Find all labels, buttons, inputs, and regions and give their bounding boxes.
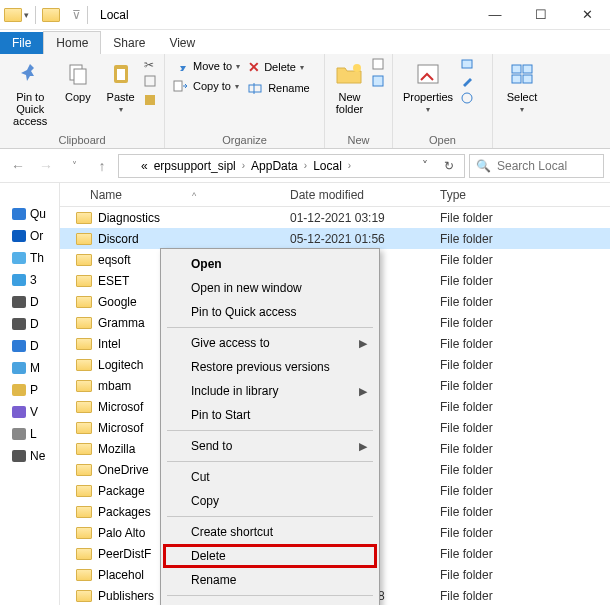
- tab-view[interactable]: View: [157, 32, 207, 54]
- move-to-button[interactable]: Move to▾: [171, 58, 242, 74]
- nav-item-label: Qu: [30, 207, 46, 221]
- pin-quick-access-button[interactable]: Pin to Quick access: [6, 58, 54, 127]
- file-row[interactable]: Discord05-12-2021 01:56File folder: [60, 228, 610, 249]
- cut-icon[interactable]: ✂: [144, 58, 158, 72]
- file-row[interactable]: Diagnostics01-12-2021 03:19File folder: [60, 207, 610, 228]
- file-type: File folder: [440, 211, 610, 225]
- column-headers[interactable]: Name^ Date modified Type: [60, 183, 610, 207]
- recent-dropdown-icon[interactable]: ˅: [62, 154, 86, 178]
- folder-icon: [76, 275, 92, 287]
- forward-button[interactable]: →: [34, 154, 58, 178]
- delete-button[interactable]: ✕ Delete▾: [246, 58, 312, 76]
- nav-item-icon: [12, 274, 26, 286]
- folder-icon: [76, 464, 92, 476]
- nav-item[interactable]: Th: [0, 247, 59, 269]
- tab-file[interactable]: File: [0, 32, 43, 54]
- svg-rect-1: [74, 69, 86, 84]
- tab-home[interactable]: Home: [43, 31, 101, 54]
- qat-dropdown-icon[interactable]: ▾: [24, 10, 29, 20]
- folder-icon: [76, 359, 92, 371]
- nav-item[interactable]: Ne: [0, 445, 59, 467]
- file-type: File folder: [440, 526, 610, 540]
- maximize-button[interactable]: ☐: [518, 0, 564, 30]
- address-dropdown-icon[interactable]: ˅: [414, 159, 436, 173]
- nav-item[interactable]: L: [0, 423, 59, 445]
- ctx-properties[interactable]: Properties: [163, 599, 377, 605]
- address-bar[interactable]: « erpsupport_sipl › AppData › Local › ˅ …: [118, 154, 465, 178]
- nav-item[interactable]: 3: [0, 269, 59, 291]
- easy-access-icon[interactable]: [372, 75, 386, 90]
- search-icon: 🔍: [476, 159, 491, 173]
- chevron-right-icon[interactable]: ›: [346, 160, 353, 171]
- copy-button[interactable]: Copy: [58, 58, 97, 103]
- paste-shortcut-icon[interactable]: [144, 93, 158, 110]
- file-type: File folder: [440, 274, 610, 288]
- search-box[interactable]: 🔍 Search Local: [469, 154, 604, 178]
- column-header-date[interactable]: Date modified: [290, 188, 440, 202]
- file-type: File folder: [440, 589, 610, 603]
- file-name: Microsof: [98, 421, 143, 435]
- select-button[interactable]: Select ▾: [499, 58, 545, 115]
- ctx-cut[interactable]: Cut: [163, 465, 377, 489]
- nav-item[interactable]: Or: [0, 225, 59, 247]
- copy-icon: [63, 60, 93, 88]
- svg-rect-15: [512, 65, 521, 73]
- breadcrumb-segment[interactable]: AppData: [249, 159, 300, 173]
- chevron-right-icon[interactable]: ›: [240, 160, 247, 171]
- file-date: 05-12-2021 01:56: [290, 232, 440, 246]
- new-item-icon[interactable]: [372, 58, 386, 73]
- breadcrumb-segment[interactable]: erpsupport_sipl: [152, 159, 238, 173]
- file-name: OneDrive: [98, 463, 149, 477]
- ctx-pin-quick-access[interactable]: Pin to Quick access: [163, 300, 377, 324]
- chevron-right-icon[interactable]: ›: [302, 160, 309, 171]
- ctx-send-to[interactable]: Send to▶: [163, 434, 377, 458]
- breadcrumb-segment[interactable]: «: [139, 159, 150, 173]
- edit-icon[interactable]: [461, 75, 475, 90]
- ctx-create-shortcut[interactable]: Create shortcut: [163, 520, 377, 544]
- breadcrumb-segment[interactable]: Local: [311, 159, 344, 173]
- ctx-give-access[interactable]: Give access to▶: [163, 331, 377, 355]
- ctx-restore-previous[interactable]: Restore previous versions: [163, 355, 377, 379]
- ribbon-group-open: Properties ▾ Open: [393, 54, 493, 148]
- close-button[interactable]: ✕: [564, 0, 610, 30]
- select-icon: [507, 60, 537, 88]
- ctx-open[interactable]: Open: [163, 252, 377, 276]
- open-icon[interactable]: [461, 58, 475, 73]
- tab-share[interactable]: Share: [101, 32, 157, 54]
- ctx-delete[interactable]: Delete: [163, 544, 377, 568]
- delete-icon: ✕: [248, 59, 260, 75]
- nav-item-icon: [12, 340, 26, 352]
- ctx-open-new-window[interactable]: Open in new window: [163, 276, 377, 300]
- column-header-name[interactable]: Name^: [60, 188, 290, 202]
- paste-button[interactable]: Paste ▾: [101, 58, 140, 115]
- up-button[interactable]: ↑: [90, 154, 114, 178]
- nav-item[interactable]: M: [0, 357, 59, 379]
- ctx-rename[interactable]: Rename: [163, 568, 377, 592]
- file-name: Publishers: [98, 589, 154, 603]
- ctx-copy[interactable]: Copy: [163, 489, 377, 513]
- history-icon[interactable]: [461, 92, 475, 107]
- file-date: 01-12-2021 03:19: [290, 211, 440, 225]
- nav-item[interactable]: D: [0, 335, 59, 357]
- rename-button[interactable]: Rename: [246, 80, 312, 96]
- refresh-icon[interactable]: ↻: [438, 159, 460, 173]
- properties-button[interactable]: Properties ▾: [399, 58, 457, 115]
- nav-item[interactable]: D: [0, 291, 59, 313]
- navigation-pane[interactable]: QuOrTh3DDDMPVLNe: [0, 183, 60, 605]
- new-folder-button[interactable]: New folder: [331, 58, 368, 115]
- back-button[interactable]: ←: [6, 154, 30, 178]
- qat-overflow-icon[interactable]: ⊽: [72, 8, 81, 22]
- copy-to-button[interactable]: Copy to▾: [171, 78, 242, 94]
- column-header-type[interactable]: Type: [440, 188, 610, 202]
- folder-icon[interactable]: [4, 8, 22, 22]
- copy-path-icon[interactable]: [144, 74, 158, 91]
- nav-item[interactable]: Qu: [0, 203, 59, 225]
- ctx-pin-start[interactable]: Pin to Start: [163, 403, 377, 427]
- nav-item[interactable]: P: [0, 379, 59, 401]
- ctx-include-library[interactable]: Include in library▶: [163, 379, 377, 403]
- clipboard-small-buttons: ✂: [144, 58, 158, 110]
- nav-item[interactable]: V: [0, 401, 59, 423]
- nav-item[interactable]: D: [0, 313, 59, 335]
- svg-rect-4: [145, 76, 155, 86]
- minimize-button[interactable]: ―: [472, 0, 518, 30]
